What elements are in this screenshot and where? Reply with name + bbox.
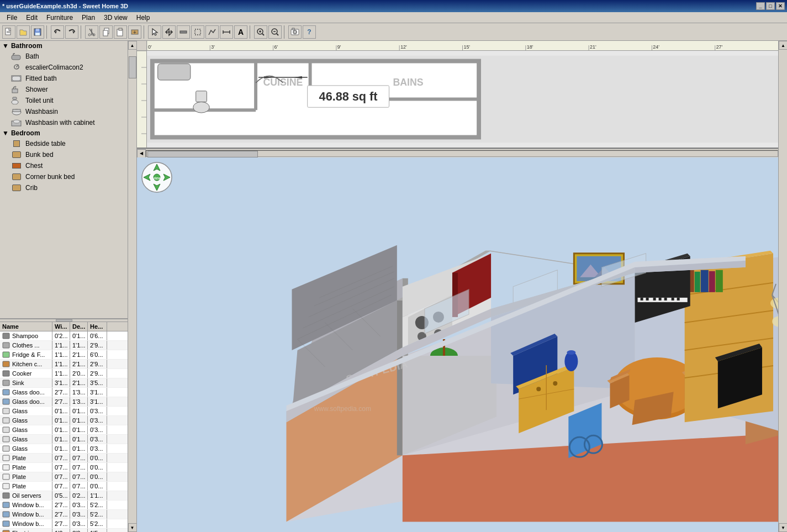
view3d-scroll-down[interactable]: ▼ [779, 523, 787, 532]
zoom-out-button[interactable] [268, 25, 282, 39]
menu-plan[interactable]: Plan [77, 12, 99, 23]
tree-item-bunkbed[interactable]: Bunk bed [0, 149, 128, 160]
list-item[interactable]: Plate 0'7... 0'7... 0'0... [0, 454, 128, 463]
list-item[interactable]: Plate 0'7... 0'7... 0'0... [0, 472, 128, 482]
menu-furniture[interactable]: Furniture [42, 12, 77, 23]
add-furniture-button[interactable]: + [128, 25, 141, 39]
tree-item-shower[interactable]: Shower [0, 84, 128, 95]
furniture-list-rows: Shampoo 0'2... 0'1... 0'6... Clothes ...… [0, 331, 128, 532]
category-label: Bathroom [11, 42, 43, 50]
view3d-scroll-up[interactable]: ▲ [779, 41, 787, 50]
maximize-button[interactable]: □ [766, 2, 775, 10]
tree-item-bath[interactable]: Bath [0, 51, 128, 62]
col-depth[interactable]: De... [70, 322, 88, 331]
zoom-in-button[interactable] [254, 25, 267, 39]
menu-edit[interactable]: Edit [22, 12, 42, 23]
hscroll-thumb[interactable] [147, 151, 258, 157]
svg-point-40 [15, 86, 17, 88]
create-polyline-tool[interactable] [205, 25, 219, 39]
svg-text:18': 18' [527, 44, 534, 50]
list-item[interactable]: Plate 0'7... 0'7... 0'0... [0, 463, 128, 472]
tree-item-chest[interactable]: Chest [0, 160, 128, 171]
view3d-scroll-track[interactable] [779, 50, 787, 523]
category-bedroom[interactable]: ▼ Bedroom [0, 128, 128, 138]
help-button[interactable]: ? [303, 25, 316, 39]
furniture-list-header: Name Wi... De... He... [0, 322, 128, 331]
list-item[interactable]: Glass 0'1... 0'1... 0'3... [0, 444, 128, 454]
paste-button[interactable] [114, 25, 127, 39]
list-item[interactable]: Electric r... 1'2... 0'3... 1'5... [0, 529, 128, 532]
cut-button[interactable] [85, 25, 98, 39]
tree-item-toilet[interactable]: Toilet unit [0, 95, 128, 106]
category-bathroom[interactable]: ▼ Bathroom [0, 41, 128, 51]
tree-item-bedside[interactable]: Bedside table [0, 138, 128, 149]
tree-item-fitted-bath[interactable]: Fitted bath [0, 73, 128, 84]
menu-file[interactable]: File [2, 12, 22, 23]
svg-rect-198 [659, 298, 662, 301]
col-name[interactable]: Name [0, 322, 52, 331]
scroll-down-button[interactable]: ▼ [128, 523, 137, 532]
list-item[interactable]: Shampoo 0'2... 0'1... 0'6... [0, 331, 128, 341]
list-item[interactable]: Sink 3'1... 2'1... 3'5... [0, 378, 128, 388]
view3d-area[interactable]: view [137, 157, 787, 532]
list-item[interactable]: Window b... 2'7... 0'3... 5'2... [0, 501, 128, 510]
menu-3dview[interactable]: 3D view [99, 12, 132, 23]
svg-point-114 [193, 102, 210, 113]
undo-button[interactable] [51, 25, 64, 39]
bunkbed-icon [11, 150, 22, 159]
menu-help[interactable]: Help [132, 12, 155, 23]
list-item[interactable]: Glass 0'1... 0'1... 0'3... [0, 435, 128, 444]
select-tool[interactable] [148, 25, 161, 39]
hscroll-track[interactable] [146, 150, 778, 157]
tree-item-corner-bunk[interactable]: Corner bunk bed [0, 171, 128, 182]
list-item[interactable]: Glass doo... 2'7... 1'3... 3'1... [0, 397, 128, 407]
tree-item-washbasin[interactable]: Washbasin [0, 106, 128, 117]
hscroll-left[interactable]: ◀ [137, 149, 146, 158]
svg-rect-44 [13, 97, 17, 99]
list-item[interactable]: Window b... 2'7... 0'3... 5'2... [0, 510, 128, 519]
list-item[interactable]: Plate 0'7... 0'7... 0'0... [0, 482, 128, 491]
create-walls-tool[interactable] [177, 25, 190, 39]
pan-tool[interactable] [162, 25, 176, 39]
redo-button[interactable] [65, 25, 78, 39]
list-item[interactable]: Glass doo... 2'7... 1'3... 3'1... [0, 388, 128, 397]
list-item[interactable]: Cooker 1'1... 2'0... 2'9... [0, 369, 128, 378]
list-item[interactable]: Glass 0'1... 0'1... 0'3... [0, 425, 128, 435]
scroll-up-button[interactable]: ▲ [128, 41, 137, 50]
tree-item-washbasin-cabinet[interactable]: Washbasin with cabinet [0, 117, 128, 128]
list-item[interactable]: Glass 0'1... 0'1... 0'3... [0, 407, 128, 416]
list-item[interactable]: Glass 0'1... 0'1... 0'3... [0, 416, 128, 425]
floorplan-area[interactable]: 0' 3' 6' 9' 12' 15' 18' 21' 24' [137, 41, 787, 149]
create-rooms-tool[interactable] [191, 25, 204, 39]
toilet-icon [11, 96, 22, 105]
save-button[interactable] [31, 25, 44, 39]
copy-button[interactable] [99, 25, 113, 39]
close-button[interactable]: ✕ [776, 2, 785, 10]
col-width[interactable]: Wi... [52, 322, 70, 331]
list-item[interactable]: Kitchen c... 1'1... 2'1... 2'9... [0, 360, 128, 369]
svg-rect-190 [709, 271, 715, 292]
fp-canvas[interactable]: CUISINE BAINS 46.88 sq ft [147, 51, 778, 148]
open-button[interactable] [17, 25, 30, 39]
new-button[interactable] [2, 25, 15, 39]
list-item[interactable]: Clothes ... 1'1... 1'1... 2'9... [0, 341, 128, 350]
col-height[interactable]: He... [88, 322, 107, 331]
create-dimension-tool[interactable] [220, 25, 233, 39]
create-label-tool[interactable]: A [234, 25, 247, 39]
left-panel: ▼ Bathroom Bath escalierColimacon2 Fitt [0, 41, 128, 532]
tree-item-crib[interactable]: Crib [0, 182, 128, 193]
list-item[interactable]: Oil servers 0'5... 0'2... 1'1... [0, 491, 128, 501]
furniture-list[interactable]: Name Wi... De... He... Shampoo 0'2... 0'… [0, 322, 128, 532]
list-item[interactable]: Fridge & F... 1'1... 2'1... 6'0... [0, 350, 128, 360]
svg-rect-47 [13, 109, 20, 112]
scroll-thumb[interactable] [129, 56, 136, 78]
list-item[interactable]: Window b... 2'7... 0'3... 5'2... [0, 519, 128, 529]
svg-rect-200 [672, 298, 674, 301]
minimize-button[interactable]: _ [756, 2, 765, 10]
screenshot-button[interactable] [288, 25, 302, 39]
tree-item-escalier[interactable]: escalierColimacon2 [0, 62, 128, 73]
scroll-track[interactable] [129, 50, 136, 523]
nav-compass[interactable]: view [141, 162, 172, 193]
svg-rect-60 [3, 427, 9, 433]
svg-rect-113 [158, 64, 191, 80]
